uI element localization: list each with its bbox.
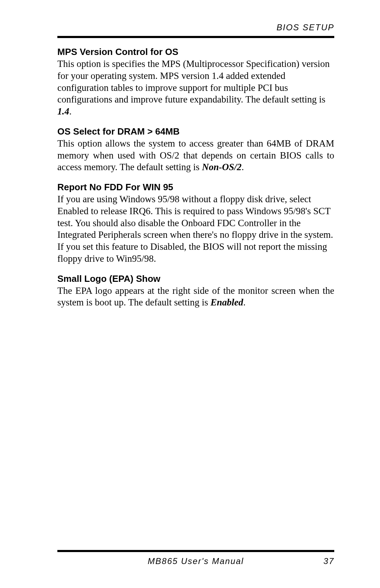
header-rule [57,36,334,38]
body-post: . [243,297,246,308]
footer-rule [57,550,334,552]
section-heading: Report No FDD For WIN 95 [57,182,334,193]
body-pre: This option allows the system to access … [57,138,334,173]
section-os-select: OS Select for DRAM > 64MB This option al… [57,126,334,173]
body-pre: If you are using Windows 95/98 without a… [57,194,333,264]
section-mps: MPS Version Control for OS This option i… [57,47,334,118]
header-label: BIOS SETUP [57,23,334,32]
section-body: If you are using Windows 95/98 without a… [57,193,334,265]
section-epa-logo: Small Logo (EPA) Show The EPA logo appea… [57,273,334,309]
section-heading: MPS Version Control for OS [57,47,334,57]
body-post: . [241,162,244,172]
footer-page-number: 37 [323,556,334,566]
section-heading: OS Select for DRAM > 64MB [57,126,334,137]
section-heading: Small Logo (EPA) Show [57,273,334,284]
section-body: This option allows the system to access … [57,138,334,173]
body-emph: Non-OS/2 [202,162,242,172]
footer: MB865 User's Manual 37 [57,550,334,567]
body-emph: Enabled [210,297,243,308]
footer-row: MB865 User's Manual 37 [57,556,334,567]
body-emph: 1.4 [57,106,69,117]
section-report-fdd: Report No FDD For WIN 95 If you are usin… [57,182,334,265]
section-body: This option is specifies the MPS (Multip… [57,58,334,118]
page-container: BIOS SETUP MPS Version Control for OS Th… [0,0,380,588]
section-body: The EPA logo appears at the right side o… [57,285,334,309]
body-pre: This option is specifies the MPS (Multip… [57,58,330,105]
body-post: . [69,106,72,117]
body-pre: The EPA logo appears at the right side o… [57,285,334,308]
footer-title: MB865 User's Manual [57,556,334,566]
